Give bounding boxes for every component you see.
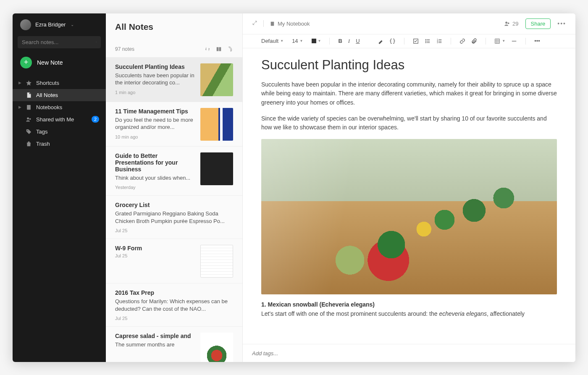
svg-point-4 <box>29 118 31 120</box>
paragraph[interactable]: Succulents have been popular in the inte… <box>261 80 557 108</box>
paragraph[interactable]: Let's start off with one of the most pro… <box>261 309 557 319</box>
view-toggle-icon[interactable] <box>216 46 222 52</box>
paragraph[interactable]: Since the wide variety of species can be… <box>261 114 557 132</box>
italic-button[interactable]: I <box>348 38 350 45</box>
expand-icon[interactable] <box>252 20 257 27</box>
note-image[interactable] <box>261 139 557 294</box>
bold-button[interactable]: B <box>338 38 342 44</box>
nav-label: Tags <box>36 128 47 135</box>
highlight-button[interactable] <box>378 38 383 44</box>
code-button[interactable]: {} <box>389 38 396 44</box>
svg-point-9 <box>505 21 507 24</box>
svg-point-10 <box>508 22 509 24</box>
chevron-down-icon: ⌄ <box>71 22 74 27</box>
svg-rect-24 <box>495 39 500 43</box>
sort-icon[interactable] <box>205 46 210 52</box>
note-item-title: Caprese salad - simple and <box>115 333 195 339</box>
divider <box>263 20 264 27</box>
color-picker[interactable]: ▼ <box>312 39 321 43</box>
nav-shared[interactable]: Shared with Me 2 <box>13 113 106 126</box>
note-item[interactable]: Caprese salad - simple andThe summer mon… <box>106 327 242 362</box>
new-note-label: New Note <box>37 59 63 66</box>
note-item-snippet: Think about your slides when... <box>115 174 195 182</box>
notebook-selector[interactable]: My Notebook <box>270 21 310 27</box>
more-format-button[interactable]: ••• <box>534 38 540 44</box>
svg-point-14 <box>425 40 426 41</box>
note-item[interactable]: 11 Time Management TipsDo you feel the n… <box>106 102 242 147</box>
note-item-date: Jul 25 <box>115 253 195 258</box>
nav-trash[interactable]: Trash <box>13 138 106 150</box>
filter-icon[interactable] <box>227 46 233 52</box>
svg-rect-6 <box>217 47 219 51</box>
plus-icon: + <box>20 57 32 68</box>
hr-button[interactable] <box>511 38 517 44</box>
tag-input[interactable] <box>252 350 566 357</box>
note-item-snippet: The summer months are <box>115 341 195 349</box>
checkbox-button[interactable] <box>413 38 419 44</box>
note-item-title: Succulent Planting Ideas <box>115 63 195 70</box>
note-item[interactable]: Grocery ListGrated Parmigiano Reggiano B… <box>106 196 242 239</box>
note-thumbnail <box>200 152 233 185</box>
note-item[interactable]: W-9 FormJul 25 <box>106 239 242 283</box>
share-button[interactable]: Share <box>525 18 551 29</box>
search-input[interactable] <box>22 39 92 45</box>
note-item-date: Jul 25 <box>115 228 233 233</box>
section-heading[interactable]: 1. Mexican snowball (Echeveria elegans) <box>261 301 557 308</box>
note-thumbnail <box>200 333 233 362</box>
search-box[interactable] <box>18 36 101 48</box>
star-icon <box>26 80 32 86</box>
user-menu[interactable]: Ezra Bridger ⌄ <box>13 13 106 36</box>
font-family-select[interactable]: Default ▼ <box>261 38 284 44</box>
numbered-list-button[interactable]: 123 <box>436 38 442 44</box>
svg-rect-21 <box>438 41 441 41</box>
shared-badge: 2 <box>92 116 99 123</box>
nav-tags[interactable]: Tags <box>13 126 106 138</box>
note-thumbnail <box>200 245 233 278</box>
note-item-title: 11 Time Management Tips <box>115 108 195 115</box>
note-item-title: Grocery List <box>115 202 233 208</box>
username: Ezra Bridger <box>35 21 66 28</box>
font-size-select[interactable]: 14 ▼ <box>292 38 303 44</box>
nav-all-notes[interactable]: All Notes <box>13 89 106 101</box>
notelist-title: All Notes <box>115 22 233 32</box>
people-icon <box>26 116 32 123</box>
attachment-button[interactable] <box>471 38 477 44</box>
new-note-button[interactable]: + New Note <box>13 54 106 75</box>
note-item[interactable]: Succulent Planting IdeasSucculents have … <box>106 58 242 102</box>
note-item-date: Jul 25 <box>115 316 233 321</box>
search-icon <box>96 39 97 45</box>
note-item-snippet: Do you feel the need to be more organize… <box>115 116 195 131</box>
svg-point-16 <box>425 42 426 43</box>
nav-label: Trash <box>36 141 50 147</box>
svg-point-0 <box>96 42 96 42</box>
note-item[interactable]: 2016 Tax PrepQuestions for Marilyn: Whic… <box>106 283 242 327</box>
app-window: Ezra Bridger ⌄ + New Note ▶ Shortcuts Al… <box>13 13 575 362</box>
note-title[interactable]: Succulent Planting Ideas <box>261 58 557 73</box>
share-count[interactable]: 29 <box>504 21 518 27</box>
note-item-title: 2016 Tax Prep <box>115 289 233 296</box>
bullet-list-button[interactable] <box>425 38 430 44</box>
nav-shortcuts[interactable]: ▶ Shortcuts <box>13 77 106 89</box>
note-items[interactable]: Succulent Planting IdeasSucculents have … <box>106 58 242 362</box>
svg-rect-15 <box>427 41 430 41</box>
svg-rect-7 <box>219 47 221 51</box>
note-content[interactable]: Succulent Planting Ideas Succulents have… <box>243 48 575 344</box>
note-item-date: 10 min ago <box>115 134 195 139</box>
svg-point-5 <box>27 130 28 131</box>
trash-icon <box>26 141 32 147</box>
underline-button[interactable]: U <box>356 38 360 44</box>
svg-rect-29 <box>512 41 517 41</box>
strikethrough-button[interactable] <box>366 38 372 44</box>
note-item[interactable]: Guide to Better Presentations for your B… <box>106 147 242 196</box>
notebook-icon <box>26 104 32 110</box>
nav-notebooks[interactable]: ▶ Notebooks <box>13 101 106 113</box>
table-button[interactable]: ▼ <box>494 38 505 44</box>
svg-text:3: 3 <box>437 42 438 44</box>
tag-icon <box>26 128 32 135</box>
note-item-snippet: Grated Parmigiano Reggiano Baking Soda C… <box>115 210 233 225</box>
link-button[interactable] <box>459 38 465 44</box>
svg-rect-13 <box>427 39 430 39</box>
editor-panel: My Notebook 29 Share ••• Default ▼ 14 ▼ … <box>243 13 575 362</box>
svg-rect-17 <box>427 42 430 42</box>
more-menu-icon[interactable]: ••• <box>557 20 566 27</box>
